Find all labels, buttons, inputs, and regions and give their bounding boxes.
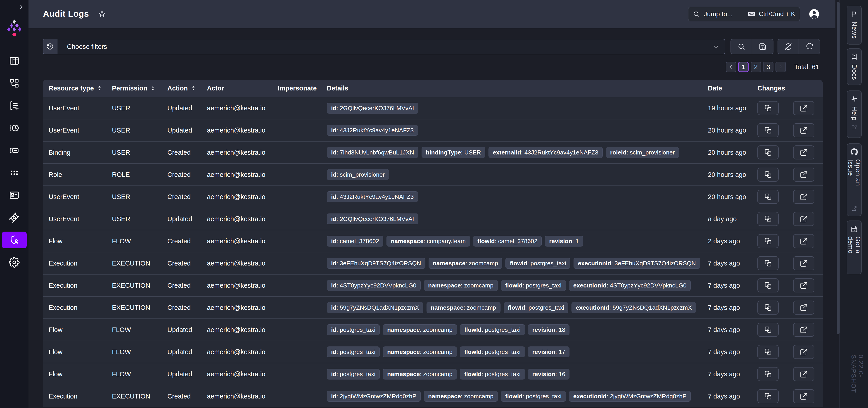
column-header-resource-type[interactable]: Resource type	[43, 85, 112, 92]
filter-input[interactable]: Choose filters	[43, 39, 725, 54]
actor-cell: aemerich@kestra.io	[207, 348, 278, 356]
table-row[interactable]: FlowFLOWUpdatedaemerich@kestra.ioid: pos…	[43, 363, 823, 385]
revision-diff-button[interactable]	[757, 101, 779, 115]
history-icon	[46, 43, 54, 51]
filter-search-button[interactable]	[731, 39, 752, 54]
user-avatar[interactable]	[808, 8, 820, 20]
revision-diff-button[interactable]	[757, 256, 779, 270]
detail-key: namespace	[387, 348, 420, 355]
table-row[interactable]: ExecutionEXECUTIONCreatedaemerich@kestra…	[43, 385, 823, 407]
page-button-2[interactable]: 2	[751, 62, 761, 72]
jump-to-search[interactable]: Jump to... Ctrl/Cmd + K	[688, 7, 800, 21]
revisions-clock-icon	[9, 123, 20, 133]
revision-diff-button[interactable]	[757, 367, 779, 381]
sidebar-item-flows-hierarchy[interactable]	[2, 75, 27, 92]
revision-diff-button[interactable]	[757, 389, 779, 403]
sidebar-item-plugins-plug[interactable]	[2, 209, 27, 226]
sidebar-expand-chevron-icon[interactable]	[18, 4, 24, 10]
revision-diff-button[interactable]	[757, 212, 779, 226]
calendar-icon	[850, 225, 858, 233]
refresh-button[interactable]	[799, 39, 819, 54]
table-row[interactable]: ExecutionEXECUTIONCreatedaemerich@kestra…	[43, 252, 823, 274]
sort-icon[interactable]	[190, 85, 196, 91]
detail-badge: externalId: 43J2RuktYc9av4y1eNAFZ3	[489, 147, 603, 158]
detail-value: postgres_taxi	[340, 371, 375, 378]
revision-diff-button[interactable]	[757, 167, 779, 182]
chevron-down-icon[interactable]	[712, 43, 720, 50]
executions-list-plus-icon	[9, 100, 20, 111]
sidebar-item-apps-dots-grid[interactable]	[2, 164, 27, 181]
star-icon[interactable]	[98, 10, 106, 18]
flows-hierarchy-icon	[9, 78, 20, 89]
open-details-button[interactable]	[793, 123, 814, 137]
right-tab-docs[interactable]: Docs	[847, 49, 862, 85]
column-header-action[interactable]: Action	[167, 85, 207, 92]
revision-diff-button[interactable]	[757, 278, 779, 292]
filter-history-button[interactable]	[43, 39, 57, 54]
table-row[interactable]: RoleROLECreatedaemerich@kestra.ioid: sci…	[43, 163, 823, 185]
kestra-logo[interactable]	[6, 19, 23, 37]
sidebar-item-administration-shield-user[interactable]	[2, 231, 27, 248]
table-row[interactable]: FlowFLOWUpdatedaemerich@kestra.ioid: pos…	[43, 341, 823, 363]
open-details-button[interactable]	[793, 190, 814, 204]
vertical-scrollbar[interactable]	[837, 2, 839, 334]
table-row[interactable]: ExecutionEXECUTIONCreatedaemerich@kestra…	[43, 274, 823, 296]
column-header-permission[interactable]: Permission	[112, 85, 167, 92]
open-details-button[interactable]	[793, 212, 814, 226]
revision-diff-button[interactable]	[757, 234, 779, 248]
page-button-1[interactable]: 1	[738, 62, 749, 72]
column-label: Resource type	[49, 85, 94, 92]
open-details-button[interactable]	[793, 256, 814, 270]
revision-diff-button[interactable]	[757, 123, 779, 137]
date-cell: 20 hours ago	[708, 193, 757, 200]
open-details-button[interactable]	[793, 323, 814, 337]
table-row[interactable]: BindingUSERCreatedaemerich@kestra.ioid: …	[43, 141, 823, 163]
table-row[interactable]: FlowFLOWUpdatedaemerich@kestra.ioid: pos…	[43, 318, 823, 341]
open-details-button[interactable]	[793, 234, 814, 248]
save-filter-button[interactable]	[752, 39, 773, 54]
diff-icon	[764, 237, 772, 245]
open-details-button[interactable]	[793, 345, 814, 359]
right-tab-open-an-issue[interactable]: Open an Issue	[847, 144, 862, 216]
sidebar-item-executions-list-plus[interactable]	[2, 97, 27, 114]
sort-icon[interactable]	[150, 85, 156, 91]
sidebar-item-dashboard-grid[interactable]	[2, 53, 27, 69]
table-body: UserEventUSERUpdatedaemerich@kestra.ioid…	[43, 97, 823, 407]
revision-diff-button[interactable]	[757, 146, 779, 159]
revision-diff-button[interactable]	[757, 190, 779, 204]
detail-badge: roleId: scim_provisioner	[606, 147, 679, 158]
table-row[interactable]: UserEventUSERUpdatedaemerich@kestra.ioid…	[43, 119, 823, 141]
sidebar-item-blueprints-card[interactable]	[2, 187, 27, 203]
open-details-button[interactable]	[793, 367, 814, 381]
next-page-button[interactable]	[775, 62, 786, 72]
right-tab-get-a-demo[interactable]: Get a demo	[847, 221, 862, 274]
resource-type-cell: Role	[43, 171, 112, 179]
sidebar-item-revisions-clock[interactable]	[2, 120, 27, 136]
right-tab-help[interactable]: Help	[847, 91, 862, 138]
previous-page-button[interactable]	[726, 62, 736, 72]
table-row[interactable]: FlowFLOWCreatedaemerich@kestra.ioid: cam…	[43, 230, 823, 252]
right-tab-news[interactable]: News	[847, 6, 862, 44]
detail-badge: id: 4ST0ypzYyc92DVVpkncLG0	[327, 280, 421, 291]
open-details-button[interactable]	[793, 389, 814, 403]
revision-diff-button[interactable]	[757, 301, 779, 315]
table-row[interactable]: ExecutionEXECUTIONCreatedaemerich@kestra…	[43, 296, 823, 318]
table-row[interactable]: UserEventUSERUpdatedaemerich@kestra.ioid…	[43, 97, 823, 119]
sort-icon[interactable]	[97, 85, 102, 91]
revision-diff-button[interactable]	[757, 323, 779, 337]
open-details-button[interactable]	[793, 301, 814, 315]
sidebar-item-settings-gear[interactable]	[2, 254, 27, 271]
open-details-button[interactable]	[793, 101, 814, 115]
changes-cell	[757, 212, 823, 226]
table-row[interactable]: UserEventUSERCreatedaemerich@kestra.ioid…	[43, 185, 823, 208]
detail-value: scim_provisioner	[340, 171, 385, 178]
auto-refresh-toggle-button[interactable]	[778, 39, 799, 54]
open-details-button[interactable]	[793, 167, 814, 182]
detail-value: scim_provisioner	[630, 149, 675, 156]
sidebar-item-logs[interactable]	[2, 142, 27, 159]
table-row[interactable]: UserEventUSERUpdatedaemerich@kestra.ioid…	[43, 208, 823, 230]
open-details-button[interactable]	[793, 146, 814, 159]
revision-diff-button[interactable]	[757, 345, 779, 359]
page-button-3[interactable]: 3	[763, 62, 773, 72]
open-details-button[interactable]	[793, 278, 814, 292]
